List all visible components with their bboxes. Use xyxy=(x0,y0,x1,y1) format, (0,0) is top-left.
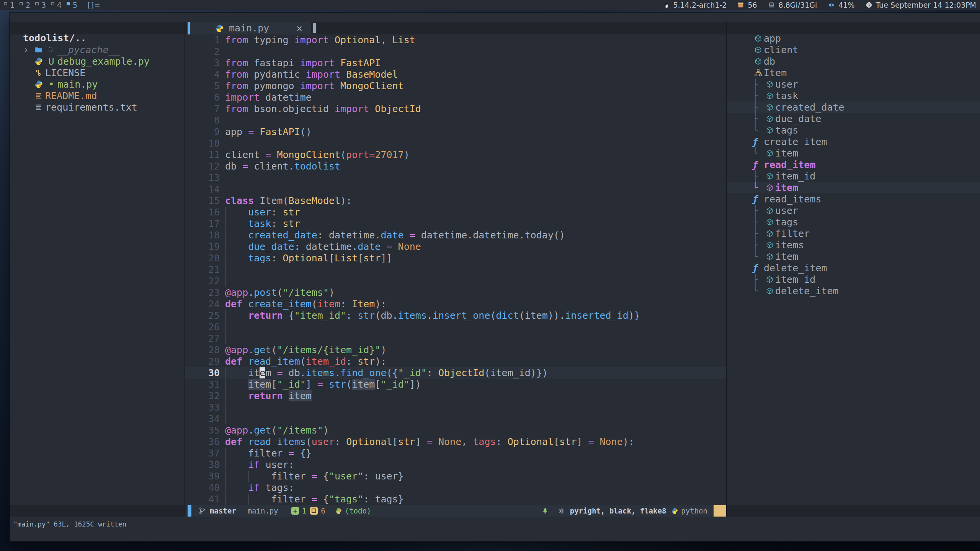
code-line-36[interactable]: 36def read_items(user: Optional[str] = N… xyxy=(185,436,726,448)
workspaces: 12345 xyxy=(0,1,82,9)
file-tree-item-README.md[interactable]: README.md xyxy=(10,90,184,101)
code-line-22[interactable]: 22 xyxy=(185,276,726,287)
file-tree-item-LICENSE[interactable]: LICENSE xyxy=(10,67,184,78)
code-line-39[interactable]: 39 filter = {"user": user} xyxy=(185,471,726,482)
code-line-32[interactable]: 32 return item xyxy=(185,390,726,402)
workspace-3[interactable]: 3 xyxy=(35,1,51,9)
code-line-30[interactable]: 30 item = db.items.find_one({"_id": Obje… xyxy=(185,367,726,379)
tagbar-item-filter[interactable]: ├filter xyxy=(727,228,980,239)
code-line-37[interactable]: 37 filter = {} xyxy=(185,448,726,459)
tag-name: item xyxy=(775,251,798,262)
code-line-6[interactable]: 6import datetime xyxy=(185,92,726,103)
tagbar-item-Item[interactable]: Item xyxy=(727,67,980,78)
tagbar-item-item_id[interactable]: ├item_id xyxy=(727,274,980,285)
line-number: 13 xyxy=(185,172,225,184)
code-line-31[interactable]: 31 item["_id"] = str(item["_id"]) xyxy=(185,379,726,390)
close-icon[interactable]: × xyxy=(296,23,311,34)
tagbar-item-db[interactable]: db xyxy=(727,55,980,67)
line-number: 17 xyxy=(185,218,225,230)
tagbar-item-delete_item[interactable]: └delete_item xyxy=(727,285,980,297)
tagbar-item-tags[interactable]: └tags xyxy=(727,124,980,136)
code-line-9[interactable]: 9app = FastAPI() xyxy=(185,126,726,138)
tagbar-item-delete_item[interactable]: ƒdelete_item xyxy=(727,262,980,274)
line-number: 20 xyxy=(185,253,225,264)
code-line-15[interactable]: 15class Item(BaseModel): xyxy=(185,195,726,207)
tagbar-item-app[interactable]: app xyxy=(727,33,980,44)
code-line-25[interactable]: 25 return {"item_id": str(db.items.inser… xyxy=(185,310,726,321)
code-line-29[interactable]: 29def read_item(item_id: str): xyxy=(185,356,726,367)
diff-added-icon: + xyxy=(291,507,299,515)
code-line-1[interactable]: 1from typing import Optional, List xyxy=(185,34,726,46)
tab-main-py[interactable]: main.py × xyxy=(190,22,311,34)
line-number: 37 xyxy=(185,448,225,459)
tagbar-item-item[interactable]: └item xyxy=(727,147,980,159)
code-line-33[interactable]: 33 xyxy=(185,402,726,413)
code-line-10[interactable]: 10 xyxy=(185,138,726,149)
tagbar-item-user[interactable]: ├user xyxy=(727,78,980,90)
code-line-2[interactable]: 2 xyxy=(185,46,726,57)
code-line-26[interactable]: 26 xyxy=(185,321,726,333)
workspace-4[interactable]: 4 xyxy=(51,1,67,9)
code-line-27[interactable]: 27 xyxy=(185,333,726,344)
code-line-14[interactable]: 14 xyxy=(185,184,726,195)
workspace-2[interactable]: 2 xyxy=(20,1,35,9)
tag-name: read_item xyxy=(764,159,815,170)
workspace-1[interactable]: 1 xyxy=(4,1,20,9)
workspace-square-icon xyxy=(35,2,39,5)
code-line-11[interactable]: 11client = MongoClient(port=27017) xyxy=(185,149,726,161)
tagbar-item-read_item[interactable]: ƒread_item xyxy=(727,159,980,170)
tagbar-item-create_item[interactable]: ƒcreate_item xyxy=(727,136,980,147)
file-tree-item-main.py[interactable]: •main.py xyxy=(10,78,184,90)
tagbar-item-due_date[interactable]: ├due_date xyxy=(727,113,980,124)
code-line-4[interactable]: 4from pydantic import BaseModel xyxy=(185,69,726,80)
code-line-19[interactable]: 19 due_date: datetime.date = None xyxy=(185,241,726,253)
mdlines-icon xyxy=(34,92,44,99)
code-line-16[interactable]: 16 user: str xyxy=(185,207,726,218)
tagbar-item-task[interactable]: ├task xyxy=(727,90,980,101)
code-line-3[interactable]: 3from fastapi import FastAPI xyxy=(185,57,726,69)
code-line-23[interactable]: 23@app.post("/items") xyxy=(185,287,726,298)
code-line-18[interactable]: 18 created_date: datetime.date = datetim… xyxy=(185,230,726,241)
code-line-38[interactable]: 38 if user: xyxy=(185,459,726,471)
code-line-21[interactable]: 21 xyxy=(185,264,726,276)
code-line-28[interactable]: 28@app.get("/items/{item_id}") xyxy=(185,344,726,356)
code-line-13[interactable]: 13 xyxy=(185,172,726,184)
tagbar-item-item[interactable]: └item xyxy=(727,182,980,193)
line-number: 2 xyxy=(185,46,225,57)
tagbar-item-item_id[interactable]: ├item_id xyxy=(727,170,980,182)
tagbar-item-tags[interactable]: ├tags xyxy=(727,216,980,228)
tagbar-item-item[interactable]: └item xyxy=(727,251,980,262)
tagbar-item-user[interactable]: ├user xyxy=(727,205,980,216)
file-tree-item-requirements.txt[interactable]: requirements.txt xyxy=(10,101,184,113)
code-line-12[interactable]: 12db = client.todolist xyxy=(185,161,726,172)
workspace-5[interactable]: 5 xyxy=(67,1,82,9)
code-text: if tags: xyxy=(225,482,294,494)
code-line-40[interactable]: 40 if tags: xyxy=(185,482,726,494)
code-line-8[interactable]: 8 xyxy=(185,115,726,126)
tagbar-item-client[interactable]: client xyxy=(727,44,980,55)
function-icon: ƒ xyxy=(752,136,764,147)
linter-list: pyright, black, flake8 xyxy=(570,507,666,515)
python-icon xyxy=(335,508,342,514)
tagbar-item-items[interactable]: ├items xyxy=(727,239,980,251)
code-editor[interactable]: 1from typing import Optional, List23from… xyxy=(185,34,726,505)
line-number: 38 xyxy=(185,459,225,471)
code-line-35[interactable]: 35@app.get("/items") xyxy=(185,425,726,436)
code-text: import datetime xyxy=(225,92,312,103)
git-ignored-icon xyxy=(45,46,55,53)
tree-root-label[interactable]: todolist/.. xyxy=(10,33,184,44)
workspace-number: 5 xyxy=(73,1,77,9)
file-tree-item-debug_example.py[interactable]: Udebug_example.py xyxy=(10,55,184,67)
code-line-41[interactable]: 41 filter = {"tags": tags} xyxy=(185,494,726,505)
code-line-20[interactable]: 20 tags: Optional[List[str]] xyxy=(185,253,726,264)
code-line-5[interactable]: 5from pymongo import MongoClient xyxy=(185,80,726,92)
code-line-34[interactable]: 34 xyxy=(185,413,726,425)
tagbar-item-read_items[interactable]: ƒread_items xyxy=(727,193,980,205)
code-text: if user: xyxy=(225,459,294,471)
code-text: task: str xyxy=(225,218,300,230)
file-tree-item-__pycache__[interactable]: ›__pycache__ xyxy=(10,44,184,55)
code-line-24[interactable]: 24def create_item(item: Item): xyxy=(185,298,726,310)
code-line-7[interactable]: 7from bson.objectid import ObjectId xyxy=(185,103,726,115)
tagbar-item-created_date[interactable]: ├created_date xyxy=(727,101,980,113)
code-line-17[interactable]: 17 task: str xyxy=(185,218,726,230)
